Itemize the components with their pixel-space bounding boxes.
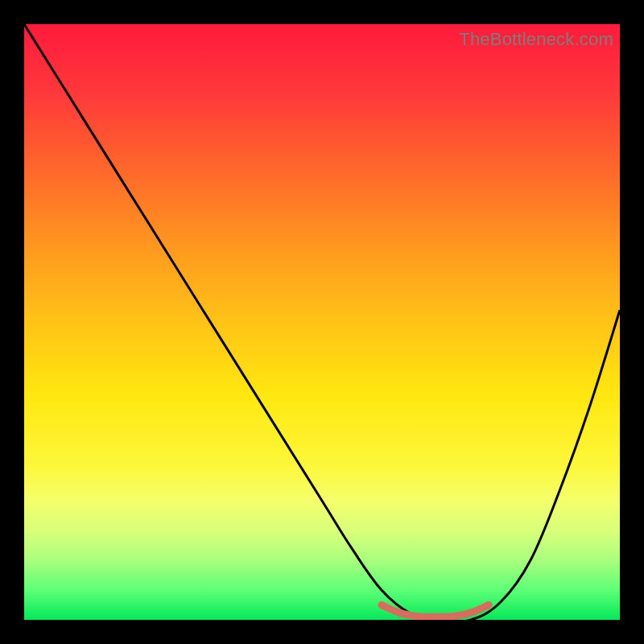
bottleneck-curve-path [24,24,620,620]
optimal-range-path [382,605,489,617]
chart-svg [24,24,620,620]
chart-frame: TheBottleneck.com [0,0,644,644]
plot-area: TheBottleneck.com [24,24,620,620]
